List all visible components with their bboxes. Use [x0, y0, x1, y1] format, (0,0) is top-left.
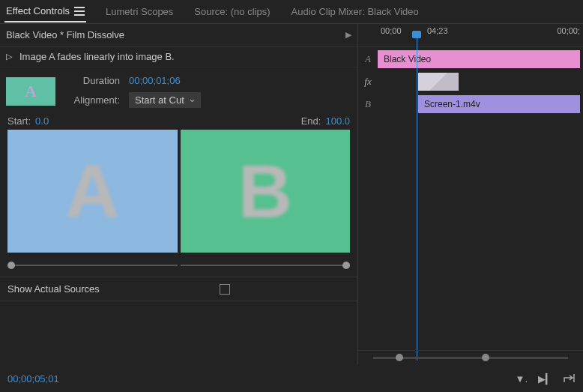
clip-black-video[interactable]: Black Video	[378, 50, 580, 68]
track-a-label: A	[358, 53, 378, 65]
play-transition-icon[interactable]: ▷	[6, 52, 12, 61]
clip-screen-1[interactable]: Screen-1.m4v	[418, 95, 580, 113]
ruler-tc: 00;00	[381, 26, 402, 35]
slider-thumb[interactable]	[342, 262, 350, 269]
end-label: End:	[301, 115, 321, 127]
timeline-zoom-bar[interactable]	[358, 350, 583, 365]
start-label: Start:	[7, 115, 31, 127]
tab-label: Effect Controls	[6, 5, 70, 16]
mini-timeline: 00;00 04;23 00;00; A Black Video fx B Sc…	[358, 24, 583, 365]
current-timecode[interactable]: 00;00;05;01	[7, 373, 59, 385]
filter-icon[interactable]: ▼.	[516, 373, 528, 385]
duration-value[interactable]: 00;00;01;06	[129, 75, 181, 86]
end-slider[interactable]	[181, 260, 351, 271]
export-icon[interactable]	[564, 373, 576, 385]
step-icon[interactable]: ▶▎	[538, 373, 553, 385]
show-sources-checkbox[interactable]	[220, 284, 230, 295]
preview-a: A	[7, 130, 178, 253]
zoom-handle-left[interactable]	[396, 354, 403, 361]
playhead[interactable]	[417, 34, 417, 361]
tab-audio-mixer[interactable]: Audio Clip Mixer: Black Video	[290, 1, 420, 22]
footer-bar: 00;00;05;01 ▼. ▶▎	[0, 365, 583, 392]
fx-track-label: fx	[358, 76, 378, 88]
preview-b: B	[181, 130, 351, 253]
duration-label: Duration	[66, 75, 120, 86]
effect-title: Black Video * Film Dissolve	[6, 29, 124, 40]
tab-effect-controls[interactable]: Effect Controls	[4, 1, 86, 22]
play-icon[interactable]: ▶	[345, 30, 351, 40]
ruler-tc: 00;00;	[557, 26, 580, 35]
alignment-dropdown[interactable]: Start at Cut	[129, 92, 201, 108]
start-value[interactable]: 0.0	[35, 115, 49, 127]
transition-thumbnail: A	[6, 77, 55, 106]
zoom-handle-right[interactable]	[482, 354, 489, 361]
effect-controls-panel: Black Video * Film Dissolve ▶ ▷ Image A …	[0, 24, 358, 365]
alignment-label: Alignment:	[66, 94, 120, 106]
timeline-ruler[interactable]: 00;00 04;23 00;00;	[358, 24, 583, 46]
start-slider[interactable]	[7, 260, 178, 271]
effect-title-bar: Black Video * Film Dissolve ▶	[0, 24, 357, 46]
effect-description: Image A fades linearly into image B.	[19, 51, 175, 62]
panel-tabs: Effect Controls Lumetri Scopes Source: (…	[0, 0, 583, 24]
slider-thumb[interactable]	[7, 262, 15, 269]
end-value[interactable]: 100.0	[325, 115, 350, 127]
effect-description-row: ▷ Image A fades linearly into image B.	[0, 46, 357, 67]
show-sources-label: Show Actual Sources	[7, 283, 100, 295]
tab-lumetri-scopes[interactable]: Lumetri Scopes	[104, 1, 175, 22]
tab-source[interactable]: Source: (no clips)	[193, 1, 271, 22]
ruler-tc: 04;23	[427, 26, 448, 35]
menu-icon[interactable]	[74, 7, 85, 16]
transition-clip[interactable]	[418, 73, 459, 91]
track-b-label: B	[358, 98, 378, 110]
